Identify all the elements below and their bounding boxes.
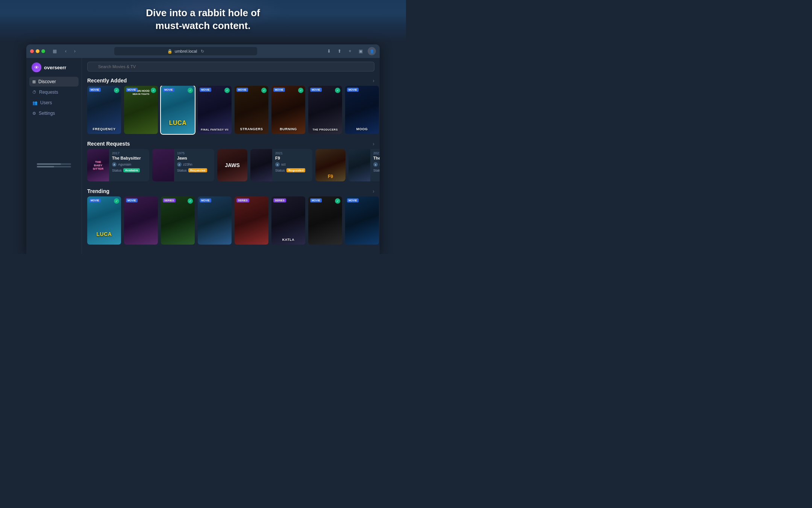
maximize-button[interactable]	[41, 49, 45, 53]
request-title: Jaws	[177, 156, 211, 161]
request-info-f9: 2021 F9 s sct Status Requested	[272, 149, 312, 181]
trending-header: Trending ›	[82, 185, 380, 196]
badge-series: SERIES	[163, 198, 176, 202]
request-poster-babysitter: THEBABYSITTER	[87, 149, 109, 181]
status-row: Status Requested	[373, 168, 380, 172]
badge-movie: MOVIE	[236, 88, 248, 92]
trending-arrow[interactable]: ›	[373, 188, 374, 194]
lock-icon: 🔒	[167, 49, 173, 54]
hero-headline: Dive into a rabbit hole of must-watch co…	[0, 7, 406, 32]
settings-icon: ⚙	[32, 111, 36, 116]
share-icon[interactable]: ⬆	[335, 47, 344, 55]
request-user: z z23hn	[177, 162, 211, 167]
movie-card-robinhood[interactable]: MOVIE ✓ ROBIN HOODMEN IN TIGHTS	[124, 86, 158, 134]
users-icon: 👥	[32, 100, 38, 105]
movie-card-frequency[interactable]: MOVIE ✓ FREQUENCY	[87, 86, 121, 134]
movie-card-strangers[interactable]: MOVIE ✓ STRANGERS	[235, 86, 268, 134]
download-icon[interactable]: ⬇	[325, 47, 333, 55]
movie-card-blue-t[interactable]: MOVIE	[345, 196, 379, 245]
status-row: Status Requested	[177, 168, 211, 172]
address-bar[interactable]: 🔒 umbrel.local ↻	[114, 47, 257, 55]
movie-card-sharks-t[interactable]: MOVIE	[198, 196, 232, 245]
sidebar-label-users: Users	[40, 100, 52, 105]
movie-card-katla-t[interactable]: SERIES KATLA	[271, 196, 305, 245]
status-badge-requested: Requested	[286, 168, 306, 172]
request-title: The Babysitter	[112, 156, 146, 161]
movie-card-loki-t[interactable]: SERIES ✓	[161, 196, 195, 245]
request-card-jaws[interactable]: 1975 Jaws z z23hn Status Requested	[152, 149, 214, 181]
movie-card-moog[interactable]: MOVIE MOOG	[345, 86, 379, 134]
new-tab-icon[interactable]: +	[346, 47, 354, 55]
sidebar-toggle-icon[interactable]: ▦	[50, 47, 59, 55]
badge-series: SERIES	[236, 198, 249, 202]
badge-movie: MOVIE	[89, 88, 101, 92]
request-year: 2021	[373, 151, 380, 155]
trending-title: Trending	[87, 188, 109, 194]
app-layout: 👁 overseerr ⊞ Discover ⏱ Requests 👥 User…	[26, 58, 380, 254]
poster-title: BURNING	[271, 127, 305, 131]
search-input[interactable]	[87, 62, 374, 71]
check-icon: ✓	[151, 88, 156, 93]
poster-title: MOOG	[345, 127, 379, 131]
poster-title: KATLA	[271, 238, 305, 242]
sidebar-item-users[interactable]: 👥 Users	[29, 98, 79, 108]
request-info-babysitter: 2017 The Babysitter A Aguniain Status Av…	[109, 149, 149, 181]
movie-card-sp-t[interactable]: MOVIE	[124, 196, 158, 245]
movie-card-finalfantasy[interactable]: MOVIE ✓ FINAL FANTASY VII	[198, 86, 232, 134]
user-name: sct	[281, 163, 286, 166]
status-row: Status Available	[112, 168, 146, 172]
main-content: 🔍 Recently Added › MOVIE ✓ FREQUENCY	[82, 58, 380, 254]
browser-nav: ‹ ›	[62, 47, 79, 55]
request-card-babysitter[interactable]: THEBABYSITTER 2017 The Babysitter A Agun…	[87, 149, 149, 181]
badge-series: SERIES	[273, 198, 286, 202]
user-avatar[interactable]: 👤	[368, 47, 376, 55]
windows-icon[interactable]: ▣	[356, 47, 365, 55]
request-year: 2021	[275, 151, 309, 155]
minimize-button[interactable]	[36, 49, 39, 53]
app-logo: 👁 overseerr	[26, 62, 82, 77]
recently-added-arrow[interactable]: ›	[373, 78, 374, 84]
badge-movie: MOVIE	[310, 88, 322, 92]
request-card-f9[interactable]: 2021 F9 s sct Status Requested	[250, 149, 312, 181]
recently-added-row: MOVIE ✓ FREQUENCY MOVIE ✓ ROBIN HOODMEN …	[82, 86, 380, 138]
request-card-banishing[interactable]: 2021 The Banishing s sct Status Requeste…	[348, 149, 380, 181]
sidebar-item-settings[interactable]: ⚙ Settings	[29, 108, 79, 118]
url-text: umbrel.local	[175, 49, 197, 53]
scroll-bar-1	[37, 163, 71, 165]
recent-requests-arrow[interactable]: ›	[373, 141, 374, 147]
user-avatar-sm: s	[373, 162, 378, 167]
request-card-f9-img[interactable]: F9	[315, 149, 345, 181]
search-bar-area: 🔍	[82, 58, 380, 75]
recent-requests-title: Recent Requests	[87, 141, 130, 147]
app-name: overseerr	[44, 65, 66, 70]
request-poster-banishing	[348, 149, 370, 181]
check-icon: ✓	[188, 198, 193, 204]
poster-title: STRANGERS	[235, 127, 268, 131]
movie-card-burning[interactable]: MOVIE ✓ BURNING	[271, 86, 305, 134]
movie-card-red-t[interactable]: SERIES	[235, 196, 268, 245]
logo-icon: 👁	[32, 62, 41, 72]
poster-title: FINAL FANTASY VII	[198, 128, 232, 131]
browser-actions: ⬇ ⬆ + ▣	[325, 47, 365, 55]
reload-icon[interactable]: ↻	[201, 49, 204, 54]
user-name: sct	[379, 163, 380, 166]
browser-toolbar: ▦ ‹ › 🔒 umbrel.local ↻ ⬇ ⬆ + ▣ 👤	[26, 44, 380, 58]
back-icon[interactable]: ‹	[62, 47, 70, 55]
sidebar: 👁 overseerr ⊞ Discover ⏱ Requests 👥 User…	[26, 58, 82, 254]
movie-card-dark-t[interactable]: MOVIE ✓	[308, 196, 342, 245]
forward-icon[interactable]: ›	[71, 47, 79, 55]
discover-icon: ⊞	[32, 79, 36, 84]
request-card-jaws2[interactable]: JAWS	[217, 149, 247, 181]
traffic-lights	[30, 49, 45, 53]
movie-card-luca-t[interactable]: MOVIE ✓ LUCA	[87, 196, 121, 245]
movie-card-luca[interactable]: MOVIE ✓ LUCA	[161, 86, 195, 134]
sidebar-item-discover[interactable]: ⊞ Discover	[29, 77, 79, 87]
request-user: A Aguniain	[112, 162, 146, 167]
check-icon: ✓	[335, 198, 340, 204]
request-info-jaws: 1975 Jaws z z23hn Status Requested	[174, 149, 214, 181]
movie-card-producers[interactable]: MOVIE ✓ THE PRODUCERS	[308, 86, 342, 134]
sidebar-item-requests[interactable]: ⏱ Requests	[29, 87, 79, 97]
close-button[interactable]	[30, 49, 34, 53]
browser-window: ▦ ‹ › 🔒 umbrel.local ↻ ⬇ ⬆ + ▣ 👤 👁 overs…	[26, 44, 380, 254]
request-year: 2017	[112, 151, 146, 155]
